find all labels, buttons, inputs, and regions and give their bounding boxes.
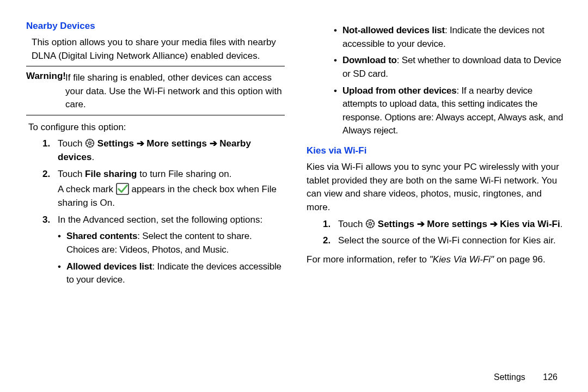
bullet-download-to: • Download to: Set whether to download d… xyxy=(334,54,565,81)
step-body: Select the source of the Wi-Fi connectio… xyxy=(338,234,565,248)
bullet-icon: • xyxy=(58,230,66,256)
settings-icon xyxy=(85,138,95,148)
step-body: In the Advanced section, set the followi… xyxy=(58,213,285,227)
bullet-icon: • xyxy=(58,260,66,287)
svg-line-6 xyxy=(87,141,88,142)
text: Touch xyxy=(338,219,365,229)
bullet-label: Shared contents xyxy=(66,231,137,241)
more-info: For more information, refer to "Kies Via… xyxy=(307,253,565,267)
bullet-body: Download to: Set whether to download dat… xyxy=(342,54,565,81)
right-column: • Not-allowed devices list: Indicate the… xyxy=(307,21,565,287)
warning-block: Warning! If file sharing is enabled, oth… xyxy=(26,70,285,112)
bullet-shared-contents: • Shared contents: Select the content to… xyxy=(58,230,285,256)
text: . xyxy=(91,152,94,162)
checkmark-icon xyxy=(116,183,129,195)
heading-kies-wifi: Kies via Wi-Fi xyxy=(307,145,565,156)
svg-line-20 xyxy=(372,221,373,222)
kies-step-2: 2. Select the source of the Wi-Fi connec… xyxy=(323,234,565,248)
step-number: 1. xyxy=(42,137,58,164)
bullet-label: Upload from other devices xyxy=(342,85,456,96)
svg-line-9 xyxy=(91,141,93,142)
bullet-upload-from: • Upload from other devices: If a nearby… xyxy=(334,84,565,138)
reference-title: "Kies Via Wi-Fi" xyxy=(430,254,494,265)
divider xyxy=(26,66,285,66)
bullet-label: Allowed devices list xyxy=(66,261,152,272)
kies-step-1: 1. Touch Settings ➔ More settings ➔ Kies… xyxy=(323,218,565,231)
svg-line-17 xyxy=(367,221,369,222)
step-3: 3. In the Advanced section, set the foll… xyxy=(42,213,285,227)
text: on page 96. xyxy=(494,254,546,265)
step-1: 1. Touch Settings ➔ More settings ➔ Near… xyxy=(42,137,285,164)
step-2-line2: A check mark appears in the check box wh… xyxy=(58,183,285,210)
step-body: Touch Settings ➔ More settings ➔ Nearby … xyxy=(58,137,285,164)
bullet-icon: • xyxy=(334,84,342,138)
text: For more information, refer to xyxy=(307,254,430,265)
page-footer: Settings 126 xyxy=(494,372,558,382)
svg-line-7 xyxy=(91,145,93,146)
svg-line-19 xyxy=(367,225,369,226)
bullet-not-allowed: • Not-allowed devices list: Indicate the… xyxy=(334,24,565,51)
text: . xyxy=(560,219,563,229)
svg-line-18 xyxy=(372,225,373,226)
text: Touch xyxy=(58,169,85,179)
step-2: 2. Touch File sharing to turn File shari… xyxy=(42,168,285,210)
text: to turn File sharing on. xyxy=(137,169,232,179)
bullet-icon: • xyxy=(334,54,342,81)
bullet-body: Shared contents: Select the content to s… xyxy=(66,230,285,256)
step-number: 2. xyxy=(42,168,58,210)
bullet-allowed-devices: • Allowed devices list: Indicate the dev… xyxy=(58,260,285,287)
bullet-body: Not-allowed devices list: Indicate the d… xyxy=(342,24,565,51)
step-number: 1. xyxy=(323,218,338,231)
warning-label: Warning! xyxy=(26,71,66,81)
step-number: 3. xyxy=(42,213,58,227)
bullet-body: Allowed devices list: Indicate the devic… xyxy=(66,260,285,287)
step-body: Touch File sharing to turn File sharing … xyxy=(58,168,285,210)
bullet-body: Upload from other devices: If a nearby d… xyxy=(342,84,565,138)
intro-text: This option allows you to share your med… xyxy=(32,36,285,63)
footer-section: Settings xyxy=(494,372,525,382)
step-number: 2. xyxy=(323,234,338,248)
left-column: Nearby Devices This option allows you to… xyxy=(26,21,285,287)
file-sharing-label: File sharing xyxy=(85,169,137,179)
bullet-label: Not-allowed devices list xyxy=(342,25,445,35)
settings-icon xyxy=(365,219,375,229)
step-body: Touch Settings ➔ More settings ➔ Kies vi… xyxy=(338,218,565,231)
configure-lead: To configure this option: xyxy=(28,121,285,134)
bullet-icon: • xyxy=(334,24,342,51)
divider xyxy=(26,115,285,115)
text: Touch xyxy=(58,138,85,149)
bullet-label: Download to xyxy=(342,55,397,65)
svg-point-12 xyxy=(369,222,372,225)
text: A check mark xyxy=(58,184,116,194)
svg-point-1 xyxy=(89,142,91,145)
warning-body: If file sharing is enabled, other device… xyxy=(65,71,285,112)
settings-path: Settings ➔ More settings ➔ Kies via Wi-F… xyxy=(378,219,560,229)
kies-intro: Kies via Wi-Fi allows you to sync your P… xyxy=(307,161,565,215)
heading-nearby-devices: Nearby Devices xyxy=(26,21,285,32)
footer-page-number: 126 xyxy=(543,372,558,382)
svg-line-8 xyxy=(87,145,88,146)
